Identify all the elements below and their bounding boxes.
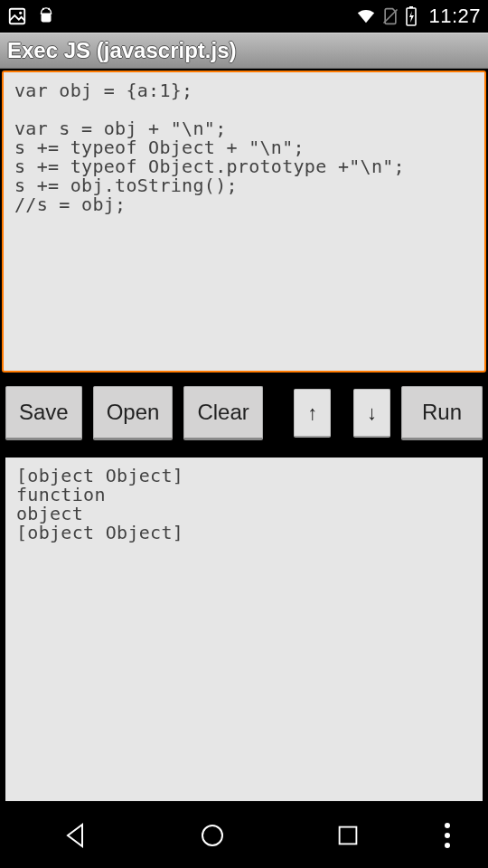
- android-nav-bar: [0, 803, 488, 868]
- svg-point-10: [445, 823, 450, 828]
- clock-text: 11:27: [428, 5, 481, 28]
- svg-point-8: [202, 826, 222, 845]
- wifi-icon: [356, 6, 376, 26]
- recents-button[interactable]: [294, 814, 402, 857]
- svg-point-12: [445, 843, 450, 848]
- svg-point-11: [445, 833, 450, 838]
- menu-button[interactable]: [429, 814, 465, 857]
- svg-rect-7: [409, 6, 413, 8]
- clear-button[interactable]: Clear: [183, 386, 262, 440]
- android-icon: [36, 6, 56, 26]
- battery-charging-icon: [405, 6, 418, 26]
- svg-point-1: [19, 12, 22, 14]
- gallery-icon: [7, 6, 27, 26]
- code-editor-frame: [2, 71, 486, 373]
- svg-rect-9: [340, 827, 357, 844]
- back-button[interactable]: [23, 814, 131, 857]
- status-bar: 11:27: [0, 0, 488, 33]
- title-bar: Exec JS (javascript.js): [0, 33, 488, 69]
- svg-point-3: [43, 11, 45, 13]
- svg-rect-2: [42, 14, 52, 22]
- svg-point-4: [47, 11, 49, 13]
- run-button[interactable]: Run: [401, 386, 483, 440]
- output-panel: [object Object] function object [object …: [5, 458, 483, 801]
- open-button[interactable]: Open: [93, 386, 174, 440]
- page-title: Exec JS (javascript.js): [7, 38, 236, 63]
- scroll-down-button[interactable]: ↓: [353, 389, 390, 438]
- code-editor[interactable]: [4, 72, 484, 367]
- toolbar: Save Open Clear ↑ ↓ Run: [0, 385, 488, 441]
- svg-rect-0: [10, 9, 25, 24]
- home-button[interactable]: [158, 814, 267, 857]
- save-button[interactable]: Save: [5, 386, 82, 440]
- no-sim-icon: [381, 7, 399, 25]
- scroll-up-button[interactable]: ↑: [294, 389, 331, 438]
